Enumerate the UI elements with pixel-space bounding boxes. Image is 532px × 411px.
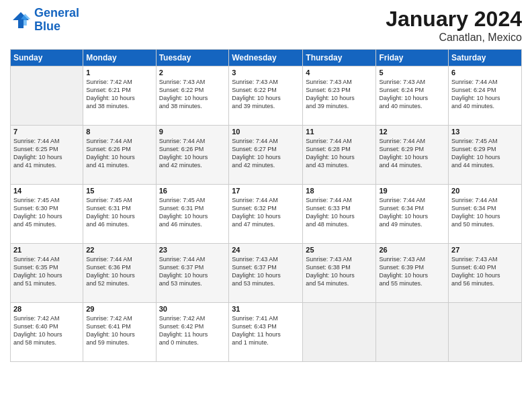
day-info: Sunrise: 7:44 AMSunset: 6:25 PMDaylight:… bbox=[13, 137, 80, 170]
day-number: 2 bbox=[159, 68, 226, 77]
day-number: 10 bbox=[232, 128, 300, 136]
calendar-cell bbox=[303, 303, 376, 362]
day-number: 25 bbox=[306, 246, 373, 254]
calendar-cell bbox=[376, 303, 449, 362]
col-header-tuesday: Tuesday bbox=[156, 50, 229, 66]
week-row-4: 21Sunrise: 7:44 AMSunset: 6:35 PMDayligh… bbox=[11, 244, 522, 303]
week-row-3: 14Sunrise: 7:45 AMSunset: 6:30 PMDayligh… bbox=[11, 185, 522, 244]
day-number: 23 bbox=[159, 246, 226, 254]
day-number: 24 bbox=[232, 246, 300, 254]
calendar-cell: 8Sunrise: 7:44 AMSunset: 6:26 PMDaylight… bbox=[83, 126, 156, 185]
day-info: Sunrise: 7:44 AMSunset: 6:36 PMDaylight:… bbox=[86, 255, 152, 288]
col-header-friday: Friday bbox=[376, 50, 449, 66]
day-info: Sunrise: 7:43 AMSunset: 6:39 PMDaylight:… bbox=[379, 255, 445, 288]
day-info: Sunrise: 7:44 AMSunset: 6:29 PMDaylight:… bbox=[379, 137, 445, 170]
col-header-thursday: Thursday bbox=[303, 50, 376, 66]
calendar-cell: 9Sunrise: 7:44 AMSunset: 6:26 PMDaylight… bbox=[156, 126, 229, 185]
day-info: Sunrise: 7:44 AMSunset: 6:32 PMDaylight:… bbox=[232, 196, 300, 229]
day-number: 13 bbox=[451, 128, 519, 136]
day-number: 28 bbox=[13, 305, 80, 313]
calendar-cell: 27Sunrise: 7:43 AMSunset: 6:40 PMDayligh… bbox=[449, 244, 522, 303]
day-info: Sunrise: 7:42 AMSunset: 6:41 PMDaylight:… bbox=[86, 314, 152, 347]
page: General Blue January 2024 Canatlan, Mexi… bbox=[0, 0, 532, 411]
day-info: Sunrise: 7:44 AMSunset: 6:27 PMDaylight:… bbox=[232, 137, 300, 170]
week-row-5: 28Sunrise: 7:42 AMSunset: 6:40 PMDayligh… bbox=[11, 303, 522, 362]
calendar-cell: 30Sunrise: 7:42 AMSunset: 6:42 PMDayligh… bbox=[156, 303, 229, 362]
calendar-cell: 24Sunrise: 7:43 AMSunset: 6:37 PMDayligh… bbox=[229, 244, 303, 303]
calendar-cell: 10Sunrise: 7:44 AMSunset: 6:27 PMDayligh… bbox=[229, 126, 303, 185]
day-number: 17 bbox=[232, 187, 300, 195]
logo-line2: Blue bbox=[34, 19, 60, 33]
calendar-cell: 13Sunrise: 7:45 AMSunset: 6:29 PMDayligh… bbox=[449, 126, 522, 185]
day-info: Sunrise: 7:43 AMSunset: 6:40 PMDaylight:… bbox=[451, 255, 519, 288]
calendar-cell bbox=[11, 66, 83, 126]
calendar-cell: 4Sunrise: 7:43 AMSunset: 6:23 PMDaylight… bbox=[303, 66, 376, 126]
day-info: Sunrise: 7:43 AMSunset: 6:22 PMDaylight:… bbox=[159, 78, 226, 111]
day-number: 9 bbox=[159, 128, 226, 136]
day-info: Sunrise: 7:45 AMSunset: 6:30 PMDaylight:… bbox=[13, 196, 80, 229]
calendar-cell: 22Sunrise: 7:44 AMSunset: 6:36 PMDayligh… bbox=[83, 244, 156, 303]
day-number: 18 bbox=[306, 187, 373, 195]
day-number: 12 bbox=[379, 128, 445, 136]
day-number: 20 bbox=[451, 187, 519, 195]
col-header-sunday: Sunday bbox=[11, 50, 83, 66]
calendar-cell bbox=[449, 303, 522, 362]
day-info: Sunrise: 7:43 AMSunset: 6:22 PMDaylight:… bbox=[232, 78, 300, 111]
col-header-wednesday: Wednesday bbox=[229, 50, 303, 66]
day-number: 27 bbox=[451, 246, 519, 254]
calendar-cell: 31Sunrise: 7:41 AMSunset: 6:43 PMDayligh… bbox=[229, 303, 303, 362]
calendar-cell: 2Sunrise: 7:43 AMSunset: 6:22 PMDaylight… bbox=[156, 66, 229, 126]
day-number: 5 bbox=[379, 68, 445, 77]
calendar-cell: 17Sunrise: 7:44 AMSunset: 6:32 PMDayligh… bbox=[229, 185, 303, 244]
calendar-cell: 6Sunrise: 7:44 AMSunset: 6:24 PMDaylight… bbox=[449, 66, 522, 126]
day-info: Sunrise: 7:42 AMSunset: 6:40 PMDaylight:… bbox=[13, 314, 80, 347]
week-row-1: 1Sunrise: 7:42 AMSunset: 6:21 PMDaylight… bbox=[11, 66, 522, 126]
calendar-cell: 16Sunrise: 7:45 AMSunset: 6:31 PMDayligh… bbox=[156, 185, 229, 244]
day-number: 14 bbox=[13, 187, 80, 195]
header-row: SundayMondayTuesdayWednesdayThursdayFrid… bbox=[11, 50, 522, 66]
day-info: Sunrise: 7:44 AMSunset: 6:26 PMDaylight:… bbox=[86, 137, 152, 170]
day-info: Sunrise: 7:45 AMSunset: 6:31 PMDaylight:… bbox=[86, 196, 152, 229]
day-info: Sunrise: 7:44 AMSunset: 6:28 PMDaylight:… bbox=[306, 137, 373, 170]
day-number: 15 bbox=[86, 187, 152, 195]
day-info: Sunrise: 7:42 AMSunset: 6:42 PMDaylight:… bbox=[159, 314, 226, 347]
day-number: 8 bbox=[86, 128, 152, 136]
day-info: Sunrise: 7:45 AMSunset: 6:31 PMDaylight:… bbox=[159, 196, 226, 229]
calendar-table: SundayMondayTuesdayWednesdayThursdayFrid… bbox=[10, 49, 522, 362]
calendar-cell: 15Sunrise: 7:45 AMSunset: 6:31 PMDayligh… bbox=[83, 185, 156, 244]
calendar-cell: 25Sunrise: 7:43 AMSunset: 6:38 PMDayligh… bbox=[303, 244, 376, 303]
logo-line1: General bbox=[34, 6, 79, 19]
day-number: 3 bbox=[232, 68, 300, 77]
day-number: 7 bbox=[13, 128, 80, 136]
day-info: Sunrise: 7:41 AMSunset: 6:43 PMDaylight:… bbox=[232, 314, 300, 347]
calendar-cell: 3Sunrise: 7:43 AMSunset: 6:22 PMDaylight… bbox=[229, 66, 303, 126]
logo: General Blue bbox=[10, 7, 79, 34]
day-info: Sunrise: 7:44 AMSunset: 6:34 PMDaylight:… bbox=[379, 196, 445, 229]
day-number: 1 bbox=[86, 68, 152, 77]
calendar-cell: 21Sunrise: 7:44 AMSunset: 6:35 PMDayligh… bbox=[11, 244, 83, 303]
calendar-cell: 18Sunrise: 7:44 AMSunset: 6:33 PMDayligh… bbox=[303, 185, 376, 244]
day-number: 26 bbox=[379, 246, 445, 254]
day-number: 31 bbox=[232, 305, 300, 313]
day-number: 22 bbox=[86, 246, 152, 254]
day-info: Sunrise: 7:43 AMSunset: 6:23 PMDaylight:… bbox=[306, 78, 373, 111]
title-block: January 2024 Canatlan, Mexico bbox=[386, 7, 522, 44]
day-info: Sunrise: 7:44 AMSunset: 6:24 PMDaylight:… bbox=[451, 78, 519, 111]
day-number: 29 bbox=[86, 305, 152, 313]
logo-icon bbox=[10, 9, 32, 31]
day-info: Sunrise: 7:43 AMSunset: 6:24 PMDaylight:… bbox=[379, 78, 445, 111]
day-number: 6 bbox=[451, 68, 519, 77]
day-info: Sunrise: 7:42 AMSunset: 6:21 PMDaylight:… bbox=[86, 78, 152, 111]
calendar-cell: 23Sunrise: 7:44 AMSunset: 6:37 PMDayligh… bbox=[156, 244, 229, 303]
calendar-cell: 5Sunrise: 7:43 AMSunset: 6:24 PMDaylight… bbox=[376, 66, 449, 126]
col-header-saturday: Saturday bbox=[449, 50, 522, 66]
day-info: Sunrise: 7:43 AMSunset: 6:38 PMDaylight:… bbox=[306, 255, 373, 288]
calendar-cell: 12Sunrise: 7:44 AMSunset: 6:29 PMDayligh… bbox=[376, 126, 449, 185]
day-number: 19 bbox=[379, 187, 445, 195]
calendar-cell: 14Sunrise: 7:45 AMSunset: 6:30 PMDayligh… bbox=[11, 185, 83, 244]
day-info: Sunrise: 7:44 AMSunset: 6:26 PMDaylight:… bbox=[159, 137, 226, 170]
day-number: 16 bbox=[159, 187, 226, 195]
header: General Blue January 2024 Canatlan, Mexi… bbox=[10, 7, 522, 44]
calendar-title: January 2024 bbox=[386, 7, 522, 32]
day-info: Sunrise: 7:44 AMSunset: 6:37 PMDaylight:… bbox=[159, 255, 226, 288]
